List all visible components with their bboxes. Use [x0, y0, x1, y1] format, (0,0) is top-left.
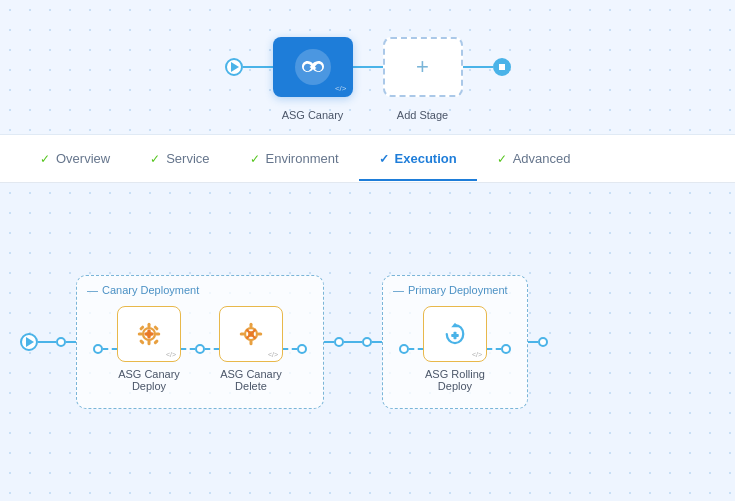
svg-rect-22 — [451, 334, 459, 337]
tab-execution[interactable]: ✓ Execution — [359, 137, 477, 180]
add-stage-button[interactable]: + — [383, 37, 463, 97]
check-icon-overview: ✓ — [40, 152, 50, 166]
exec-play-icon — [26, 337, 34, 347]
stage-icon — [295, 49, 331, 85]
primary-group-label: Primary Deployment — [393, 284, 508, 296]
asg-canary-stage[interactable]: </> ASG Canary — [273, 37, 353, 97]
stage-label-add: Add Stage — [397, 109, 448, 121]
primary-dashed-out — [487, 348, 501, 350]
tab-service-label: Service — [166, 151, 209, 166]
group-dashed-2 — [372, 341, 382, 343]
group-line-1 — [344, 341, 362, 343]
tab-overview[interactable]: ✓ Overview — [20, 137, 130, 180]
svg-rect-17 — [257, 333, 262, 336]
exec-start-node — [20, 333, 38, 351]
canary-dot-in — [93, 344, 103, 354]
start-node — [225, 58, 243, 76]
canary-dashed-in — [103, 348, 117, 350]
canary-dot-mid — [195, 344, 205, 354]
tab-advanced[interactable]: ✓ Advanced — [477, 137, 591, 180]
svg-rect-11 — [145, 333, 154, 336]
check-icon-advanced: ✓ — [497, 152, 507, 166]
add-stage-wrapper[interactable]: + Add Stage — [383, 37, 463, 97]
connector-line-3 — [463, 66, 493, 68]
svg-rect-16 — [240, 333, 245, 336]
stage-label-asg-canary: ASG Canary — [282, 109, 344, 121]
canary-dashed-out — [283, 348, 297, 350]
tab-overview-label: Overview — [56, 151, 110, 166]
exec-dot-end — [538, 337, 548, 347]
canary-dashed-mid2 — [205, 348, 219, 350]
infinity-icon — [302, 56, 324, 78]
svg-rect-15 — [250, 340, 253, 345]
tab-environment[interactable]: ✓ Environment — [230, 137, 359, 180]
exec-dot-1 — [56, 337, 66, 347]
asg-canary-delete-wrapper[interactable]: </> ASG Canary Delete — [219, 306, 283, 392]
asg-canary-deploy-label: ASG Canary Deploy — [118, 368, 180, 392]
asg-canary-deploy-icon — [134, 319, 164, 349]
execution-canvas: Canary Deployment — [0, 183, 735, 501]
primary-deployment-group: Primary Deployment — [382, 275, 528, 409]
primary-dot-in — [399, 344, 409, 354]
tabs-bar: ✓ Overview ✓ Service ✓ Environment ✓ Exe… — [0, 135, 735, 183]
canary-deploy-code: </> — [166, 351, 176, 358]
asg-rolling-deploy-wrapper[interactable]: </> ASG Rolling Deploy — [423, 306, 487, 392]
canary-group-label: Canary Deployment — [87, 284, 199, 296]
check-icon-execution: ✓ — [379, 152, 389, 166]
asg-rolling-deploy-node[interactable]: </> — [423, 306, 487, 362]
stage-code-tag: </> — [335, 84, 347, 93]
connector-line-2 — [353, 66, 383, 68]
asg-canary-delete-node[interactable]: </> — [219, 306, 283, 362]
asg-canary-deploy-wrapper[interactable]: </> ASG Canary Deploy — [117, 306, 181, 392]
svg-rect-14 — [250, 323, 253, 328]
check-icon-environment: ✓ — [250, 152, 260, 166]
svg-rect-4 — [138, 333, 143, 336]
primary-dashed-in — [409, 348, 423, 350]
primary-dot-out — [501, 344, 511, 354]
svg-rect-8 — [139, 339, 145, 345]
exec-dashed-1 — [66, 341, 76, 343]
canary-delete-code: </> — [268, 351, 278, 358]
end-node — [493, 58, 511, 76]
stage-box-asg-canary[interactable]: </> — [273, 37, 353, 97]
group-dot-2 — [362, 337, 372, 347]
svg-rect-5 — [155, 333, 160, 336]
asg-canary-delete-icon — [236, 319, 266, 349]
asg-canary-deploy-node[interactable]: </> — [117, 306, 181, 362]
svg-rect-3 — [148, 340, 151, 345]
canary-dashed-mid — [181, 348, 195, 350]
asg-rolling-deploy-icon — [440, 319, 470, 349]
exec-dashed-end — [528, 341, 538, 343]
check-icon-service: ✓ — [150, 152, 160, 166]
play-icon — [231, 62, 239, 72]
asg-rolling-deploy-label: ASG Rolling Deploy — [425, 368, 485, 392]
canary-dot-out — [297, 344, 307, 354]
canary-deployment-group: Canary Deployment — [76, 275, 324, 409]
tab-advanced-label: Advanced — [513, 151, 571, 166]
group-dot-1 — [334, 337, 344, 347]
group-dashed-1 — [324, 341, 334, 343]
tab-execution-label: Execution — [395, 151, 457, 166]
rolling-deploy-code: </> — [472, 351, 482, 358]
asg-canary-delete-label: ASG Canary Delete — [220, 368, 282, 392]
pipeline-canvas: </> ASG Canary + Add Stage — [0, 0, 735, 135]
tab-environment-label: Environment — [266, 151, 339, 166]
stop-icon — [499, 64, 505, 70]
svg-rect-7 — [153, 339, 159, 345]
connector-line — [243, 66, 273, 68]
exec-line-1 — [38, 341, 56, 343]
plus-icon: + — [416, 54, 429, 80]
svg-rect-2 — [148, 323, 151, 328]
deployment-flow: Canary Deployment — [20, 275, 715, 409]
tab-service[interactable]: ✓ Service — [130, 137, 229, 180]
